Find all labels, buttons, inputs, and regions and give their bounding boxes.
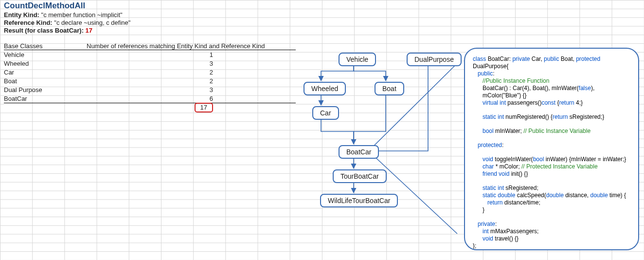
code-token: return [487,199,504,206]
table-row: BoatCar 6 [4,94,296,103]
node-car: Car [312,106,339,120]
code-comment: // Protected Instance Variable [521,163,598,170]
class-table: Base Classes Number of references matchi… [4,41,296,112]
node-vehicle: Vehicle [339,53,376,66]
code-comment: //Public Instance Function [473,77,633,85]
code-token: static double [483,192,517,199]
row-count: 6 [87,95,215,102]
code-token: bool [533,156,546,163]
code-token: toggleInWater( [495,156,533,163]
code-token: static int [483,185,505,191]
code-token: public [544,56,561,62]
code-token: return [553,113,570,120]
row-count: 3 [87,86,215,93]
code-token: protected [576,56,600,62]
code-token: * mColor; [496,163,521,170]
code-token: mInWater; [495,128,523,134]
code-token: distance, [565,192,590,199]
table-row: Wheeled 3 [4,59,296,68]
code-token: numRegistered() { [505,113,553,120]
code-token: double [590,192,609,199]
code-token: virtual int [483,99,507,106]
code-token: public [478,70,493,77]
code-token: passengers() [507,99,541,106]
code-token: static int [483,113,505,120]
code-token: false [579,85,591,92]
row-count: 2 [87,77,215,85]
code-token: void [483,156,495,163]
code-token: sRegistered;} [570,113,604,120]
code-token: Boat, [561,56,576,62]
node-dualpurpose: DualPurpose [407,53,462,66]
row-count: 1 [87,51,215,58]
code-token: const [541,99,557,106]
code-token: distance/time; [504,199,540,206]
table-total-row: 17 [4,103,296,112]
table-header-baseclasses: Base Classes [4,42,87,50]
row-name: Car [4,69,87,76]
code-token: inWater) {mInWater = inWater;} [546,156,626,163]
row-name: Dual Purpose [4,86,87,93]
code-comment: // Public Instance Variable [523,128,590,134]
code-token: sRegistered; [505,185,538,191]
code-token: private [478,221,495,227]
code-token: calcSpeed( [517,192,546,199]
code-token: private [512,56,531,62]
code-token: void [483,235,495,242]
table-row: Car 2 [4,68,296,76]
reference-kind-label: Reference Kind: [4,19,53,26]
code-token: travel() {} [495,235,519,242]
code-token: BoatCar() : Car(4), Boat(), mInWater( [483,85,579,92]
code-panel: class BoatCar: private Car, public Boat,… [464,48,639,250]
total-value: 17 [195,103,213,112]
node-boatcar: BoatCar [339,145,379,159]
row-count: 2 [87,69,215,76]
code-token: }; [473,242,633,250]
code-token: double [546,192,565,199]
table-row: Vehicle 1 [4,50,296,59]
node-wildlife: WildLifeTourBoatCar [320,194,398,207]
code-token: protected [478,142,502,149]
code-token: init() {} [511,170,528,177]
table-header-count: Number of references matching Entity Kin… [87,42,285,50]
row-name: Boat [4,77,87,85]
code-token: } [473,206,633,214]
table-row: Dual Purpose 3 [4,85,296,94]
table-row: Boat 2 [4,76,296,85]
code-token: bool [483,128,495,134]
row-name: Wheeled [4,60,87,67]
node-boat: Boat [375,82,404,95]
node-tourboatcar: TourBoatCar [333,169,387,183]
meta-result: Result (for class BoatCar): 17 [4,27,296,34]
code-token: class [473,56,488,62]
row-name: Vehicle [4,51,87,58]
code-token: friend void [483,170,511,177]
code-token: return [559,99,576,106]
entity-kind-value: "c member function ~implicit" [41,11,123,19]
reference-kind-value: "c declare ~using, c define" [54,19,130,26]
code-token: time) { [609,192,626,199]
code-token: Car, [532,56,544,62]
meta-entity-kind: Entity Kind: "c member function ~implici… [4,11,296,19]
code-token: mMaxPassengers; [490,228,538,235]
result-label: Result (for class BoatCar): [4,27,84,34]
entity-kind-label: Entity Kind: [4,11,39,19]
node-wheeled: Wheeled [304,82,346,95]
code-token: BoatCar: [488,56,513,62]
row-name: BoatCar [4,95,87,102]
code-token: DualPurpose{ [473,63,508,70]
meta-reference-kind: Reference Kind: "c declare ~using, c def… [4,19,296,26]
result-value: 17 [86,27,92,34]
code-token: int [483,228,490,235]
row-count: 3 [87,60,215,67]
code-token: char [483,163,496,170]
code-token: 4;} [576,99,583,106]
page-title: CountDeclMethodAll [4,1,296,11]
